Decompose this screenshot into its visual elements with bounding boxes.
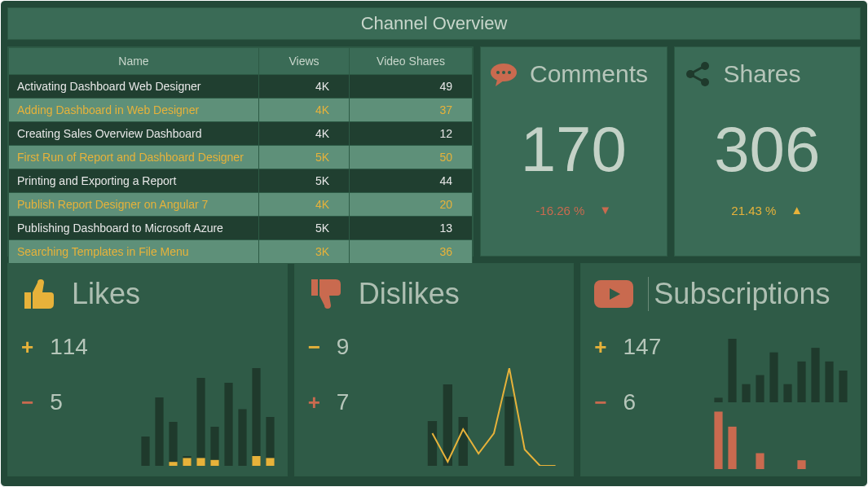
likes-chart [139, 368, 277, 466]
page-title: Channel Overview [7, 7, 861, 40]
svg-rect-10 [141, 437, 149, 466]
svg-rect-25 [266, 458, 274, 466]
cell-name: Activating Dashboard Web Designer [9, 75, 259, 99]
svg-point-6 [701, 78, 709, 86]
subs-minus: 6 [623, 389, 637, 415]
table-row[interactable]: Adding Dashboard in Web Designer4K37 [9, 99, 473, 122]
plus-icon: + [308, 390, 320, 415]
svg-line-8 [693, 76, 702, 81]
comments-icon [489, 59, 518, 89]
comments-title: Comments [530, 60, 648, 88]
svg-rect-39 [811, 348, 819, 402]
thumbs-up-icon [21, 276, 57, 312]
shares-card[interactable]: Shares 306 21.43 %▲ [674, 46, 861, 257]
svg-rect-43 [728, 427, 736, 469]
likes-card[interactable]: Likes +114 −5 [7, 263, 288, 476]
table-row[interactable]: Printing and Exporting a Report5K44 [9, 169, 473, 193]
svg-rect-24 [252, 456, 260, 466]
svg-rect-34 [742, 384, 750, 402]
svg-rect-23 [210, 460, 218, 466]
svg-rect-37 [783, 384, 791, 402]
subscriptions-card[interactable]: Subscriptions +147 −6 [580, 263, 861, 476]
cell-shares: 13 [350, 217, 473, 240]
svg-rect-21 [183, 458, 191, 466]
table-row[interactable]: Activating Dashboard Web Designer4K49 [9, 75, 473, 99]
shares-title: Shares [724, 60, 801, 88]
dislikes-chart [425, 368, 563, 466]
cell-name: Publish Report Designer on Angular 7 [9, 193, 259, 217]
svg-rect-41 [839, 371, 847, 402]
cell-shares: 36 [350, 240, 473, 264]
likes-minus: 5 [50, 389, 63, 415]
table-header-row: Name Views Video Shares [9, 48, 473, 75]
svg-point-2 [502, 71, 505, 74]
svg-point-3 [508, 71, 511, 74]
svg-rect-14 [196, 378, 205, 466]
dislikes-added: 7 [337, 389, 350, 415]
svg-rect-32 [714, 397, 722, 402]
cell-shares: 37 [350, 99, 473, 122]
cell-views: 4K [259, 193, 350, 217]
thumbs-down-icon [308, 276, 344, 312]
cell-name: Creating Sales Overview Dashboard [9, 122, 259, 146]
col-views[interactable]: Views [259, 48, 350, 75]
shares-value: 306 [683, 117, 853, 181]
svg-rect-9 [24, 292, 31, 309]
cell-views: 4K [259, 75, 350, 99]
svg-rect-42 [714, 411, 722, 469]
svg-rect-36 [769, 353, 778, 402]
svg-rect-16 [224, 383, 232, 466]
cell-name: Searching Templates in File Menu [9, 240, 259, 264]
svg-rect-30 [505, 397, 514, 466]
cell-views: 3K [259, 240, 350, 264]
cell-views: 4K [259, 99, 350, 122]
youtube-icon [594, 280, 633, 308]
subscriptions-title: Subscriptions [648, 277, 830, 311]
svg-rect-45 [797, 460, 805, 469]
svg-rect-22 [196, 458, 205, 466]
cell-name: Adding Dashboard in Web Designer [9, 99, 259, 122]
col-shares[interactable]: Video Shares [350, 48, 473, 75]
cell-views: 5K [259, 217, 350, 240]
svg-rect-18 [252, 368, 260, 466]
plus-icon: + [21, 335, 33, 360]
dislikes-card[interactable]: Dislikes −9 +7 [294, 263, 575, 476]
table-row[interactable]: Publishing Dashboard to Microsoft Azure5… [9, 217, 473, 240]
cell-name: Printing and Exporting a Report [9, 169, 259, 193]
subscriptions-chart [712, 339, 850, 469]
dislikes-title: Dislikes [359, 277, 460, 311]
col-name[interactable]: Name [9, 48, 259, 75]
cell-views: 5K [259, 146, 350, 169]
videos-table: Name Views Video Shares Activating Dashb… [8, 47, 473, 264]
table-row[interactable]: Publish Report Designer on Angular 74K20 [9, 193, 473, 217]
shares-trend: 21.43 %▲ [683, 204, 853, 217]
subs-plus: 147 [623, 334, 662, 360]
svg-rect-17 [238, 409, 246, 466]
cell-shares: 49 [350, 75, 473, 99]
svg-rect-26 [311, 279, 318, 296]
svg-rect-38 [797, 362, 805, 402]
svg-point-4 [701, 62, 709, 70]
svg-rect-40 [825, 362, 833, 402]
svg-rect-12 [169, 422, 177, 466]
svg-rect-33 [728, 339, 736, 402]
svg-rect-27 [428, 421, 437, 466]
plus-icon: + [594, 335, 606, 360]
svg-line-7 [693, 68, 702, 72]
cell-shares: 12 [350, 122, 473, 146]
minus-icon: − [594, 390, 606, 415]
likes-title: Likes [72, 277, 140, 311]
svg-rect-29 [459, 417, 468, 466]
arrow-down-icon: ▼ [599, 203, 611, 217]
videos-table-panel: Name Views Video Shares Activating Dashb… [7, 46, 474, 257]
table-row[interactable]: Creating Sales Overview Dashboard4K12 [9, 122, 473, 146]
minus-icon: − [21, 390, 33, 415]
cell-views: 4K [259, 122, 350, 146]
dislikes-removed: 9 [337, 334, 350, 360]
svg-point-1 [496, 71, 500, 74]
comments-card[interactable]: Comments 170 -16.26 %▼ [480, 46, 668, 257]
svg-rect-15 [210, 427, 218, 466]
dashboard-root: Channel Overview Name Views Video Shares… [0, 0, 868, 487]
table-row[interactable]: First Run of Report and Dashboard Design… [9, 146, 473, 169]
table-row[interactable]: Searching Templates in File Menu3K36 [9, 240, 473, 264]
